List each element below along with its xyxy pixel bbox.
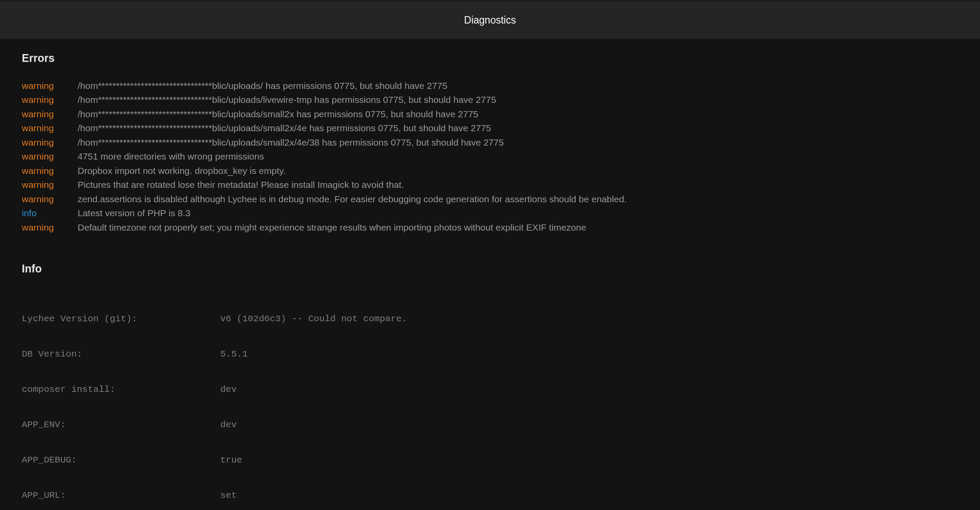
errors-heading: Errors [22,50,958,67]
error-level: warning [22,121,78,136]
error-message: Dropbox import not working. dropbox_key … [78,164,286,178]
info-row: DB Version: 5.5.1 [22,348,958,360]
error-message: 4751 more directories with wrong permiss… [78,150,264,164]
error-row: warning zend.assertions is disabled alth… [22,192,958,207]
error-row: warning /hom****************************… [22,93,958,107]
info-key: DB Version: [22,348,220,360]
error-row: warning /hom****************************… [22,121,958,136]
error-message: /hom********************************blic… [78,121,491,136]
info-heading: Info [22,261,958,277]
info-value: set [220,490,237,501]
info-key: APP_URL: [22,490,220,501]
error-message: Pictures that are rotated lose their met… [78,178,404,192]
error-row: info Latest version of PHP is 8.3 [22,206,958,221]
error-level: warning [22,79,78,93]
error-row: warning Pictures that are rotated lose t… [22,178,958,192]
error-level: warning [22,93,78,107]
error-level: warning [22,136,78,150]
info-key: APP_DEBUG: [22,454,220,466]
error-row: warning 4751 more directories with wrong… [22,150,958,164]
error-level: warning [22,221,78,235]
error-message: Default timezone not properly set; you m… [78,221,586,235]
error-message: /hom********************************blic… [78,107,478,122]
error-row: warning /hom****************************… [22,79,958,93]
error-message: /hom********************************blic… [78,93,496,107]
error-message: /hom********************************blic… [78,79,447,93]
error-row: warning Default timezone not properly se… [22,221,958,235]
info-key: APP_ENV: [22,419,220,431]
error-level: warning [22,178,78,192]
page-content: Errors warning /hom*********************… [0,39,980,510]
page-title: Diagnostics [464,13,516,28]
page-header: Diagnostics [0,0,980,39]
info-value: true [220,454,242,466]
error-level: warning [22,107,78,122]
info-list: Lychee Version (git): v6 (102d6c3) -- Co… [22,289,958,510]
info-key: composer install: [22,384,220,395]
error-row: warning Dropbox import not working. drop… [22,164,958,178]
info-value: dev [220,419,237,431]
error-row: warning /hom****************************… [22,136,958,150]
info-row: composer install: dev [22,384,958,395]
info-value: v6 (102d6c3) -- Could not compare. [220,313,407,325]
info-row: APP_DEBUG: true [22,454,958,466]
error-level: warning [22,150,78,164]
error-message: Latest version of PHP is 8.3 [78,206,191,221]
info-row: APP_URL: set [22,490,958,501]
info-value: 5.5.1 [220,348,248,360]
error-message: zend.assertions is disabled although Lyc… [78,192,627,207]
error-row: warning /hom****************************… [22,107,958,122]
error-level: warning [22,192,78,207]
error-message: /hom********************************blic… [78,136,504,150]
errors-list: warning /hom****************************… [22,79,958,235]
error-level: warning [22,164,78,178]
info-value: dev [220,384,237,395]
info-row: Lychee Version (git): v6 (102d6c3) -- Co… [22,313,958,325]
error-level: info [22,206,78,221]
info-key: Lychee Version (git): [22,313,220,325]
info-row: APP_ENV: dev [22,419,958,431]
